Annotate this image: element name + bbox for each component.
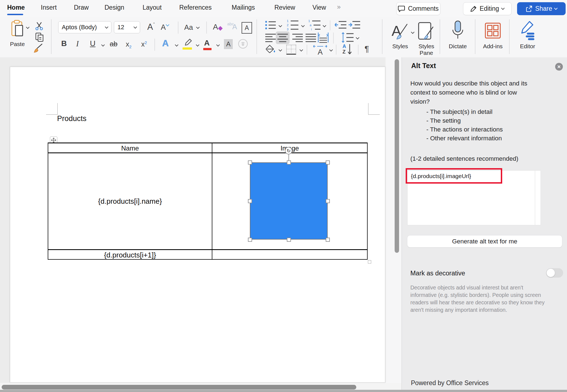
tab-mailings[interactable]: Mailings [232,4,255,11]
document-heading[interactable]: Products [57,114,87,123]
font-name-select[interactable]: Aptos (Body) [58,21,111,33]
distribute-text-button[interactable] [318,32,329,43]
panel-footer: Powered by Office Services [411,379,489,387]
resize-handle-bottom-left[interactable] [248,238,252,242]
tab-references[interactable]: References [179,4,212,11]
clear-formatting-button[interactable]: A [213,23,223,31]
panel-title: Alt Text [411,62,436,70]
highlight-chevron-icon[interactable] [196,43,199,47]
superscript-button[interactable]: x2 [141,40,147,48]
close-icon[interactable]: × [555,63,563,71]
borders-button[interactable] [286,45,296,55]
mark-as-decorative-toggle[interactable] [546,268,563,278]
resize-handle-top-right[interactable] [326,160,330,165]
tab-insert[interactable]: Insert [41,4,57,11]
tab-view[interactable]: View [312,4,326,11]
product-image-shape[interactable] [250,162,328,240]
resize-handle-mid-right[interactable] [326,199,330,203]
paste-button[interactable] [11,20,24,37]
strikethrough-button[interactable]: ab [110,40,117,48]
text-effects-chevron-icon[interactable] [175,43,178,47]
paste-chevron-icon[interactable] [26,25,30,29]
borders-chevron-icon[interactable] [299,48,303,52]
document-canvas[interactable]: Products Name Image {d.products[i].name}… [0,57,402,392]
font-color-chevron-icon[interactable] [216,43,220,47]
shading-button[interactable] [266,45,276,55]
highlight-color-button[interactable] [183,39,192,47]
comment-bubble-icon [398,6,405,12]
underline-chevron-icon[interactable] [101,43,105,47]
resize-handle-top-center[interactable] [287,160,291,165]
grow-font-button[interactable]: Aˆ [147,22,154,32]
numbered-list-chevron-icon[interactable] [301,24,305,27]
table-header-name[interactable]: Name [48,144,212,152]
styles-chevron-icon[interactable] [411,30,414,34]
character-shading-button[interactable]: A [224,39,233,49]
resize-handle-top-left[interactable] [248,160,252,165]
character-spacing-button[interactable]: A [313,44,327,57]
styles-button[interactable]: A [392,23,409,41]
phonetic-guide-button[interactable]: abcA [227,22,239,30]
line-spacing-chevron-icon[interactable] [356,36,359,39]
share-button[interactable]: Share [517,2,566,15]
numbered-list-button[interactable]: 123 [287,19,299,31]
small-divider [358,45,359,55]
show-formatting-marks-button[interactable]: ¶ [365,44,369,53]
dictate-button[interactable] [452,20,464,42]
resize-handle-mid-left[interactable] [248,199,252,203]
align-left-button[interactable] [265,34,276,42]
change-case-button[interactable]: Aa [184,23,197,32]
annotation-red-box [406,168,502,184]
generate-alt-text-button[interactable]: Generate alt text for me [407,235,562,248]
table-column-divider[interactable] [212,143,212,259]
bullet-list-button[interactable] [265,20,276,30]
tab-layout[interactable]: Layout [143,4,162,11]
textarea-scrollbar[interactable] [535,171,535,225]
resize-handle-bottom-center[interactable] [287,238,291,242]
addins-button[interactable] [485,23,501,39]
italic-button[interactable]: I [76,39,79,48]
character-spacing-chevron-icon[interactable] [329,48,333,52]
copy-icon[interactable] [35,33,44,42]
align-center-button[interactable] [277,34,288,42]
increase-indent-button[interactable] [349,20,360,30]
table-cell-product-name[interactable]: {d.products[i].name} [48,153,212,249]
rotate-handle[interactable]: ↻ [285,147,292,154]
multilevel-list-button[interactable]: 1ai [308,19,321,31]
tab-review[interactable]: Review [274,4,295,11]
tab-design[interactable]: Design [105,4,124,11]
enclose-characters-button[interactable] [238,39,248,49]
subscript-button[interactable]: x2 [126,40,132,48]
underline-button[interactable]: U [90,39,95,48]
bullet-list-chevron-icon[interactable] [279,24,282,27]
decrease-indent-button[interactable] [335,20,346,30]
justify-button[interactable] [306,34,316,42]
editing-mode-dropdown[interactable]: Editing [463,2,512,15]
cut-icon[interactable] [35,22,44,30]
table-cell-next-product[interactable]: {d.products[i+1]} [48,250,212,260]
text-effects-button[interactable]: A [162,38,169,49]
align-right-button[interactable] [292,34,303,42]
horizontal-scrollbar[interactable] [2,385,356,390]
styles-pane-button[interactable] [418,22,435,42]
table-resize-handle[interactable] [368,260,371,264]
tab-draw[interactable]: Draw [74,4,89,11]
resize-handle-bottom-right[interactable] [326,238,330,242]
table-cell-image-empty[interactable] [212,250,367,260]
multilevel-list-chevron-icon[interactable] [323,24,326,27]
shrink-font-button[interactable]: A [161,23,168,32]
comments-button[interactable]: Comments [396,2,440,15]
shading-chevron-icon[interactable] [279,48,282,52]
font-color-button[interactable]: A [204,39,210,47]
character-border-button[interactable]: A [242,22,252,34]
window-bottom-edge [0,390,567,392]
font-size-select[interactable]: 12 [114,21,140,33]
document-page[interactable]: Products Name Image {d.products[i].name}… [10,67,385,383]
vertical-scrollbar[interactable] [395,59,399,253]
editor-button[interactable] [520,21,536,40]
line-spacing-button[interactable] [341,32,354,43]
format-painter-icon[interactable] [34,44,44,53]
bold-button[interactable]: B [61,39,67,48]
tab-overflow-chevrons[interactable]: » [337,3,341,11]
tab-home[interactable]: Home [7,4,25,11]
